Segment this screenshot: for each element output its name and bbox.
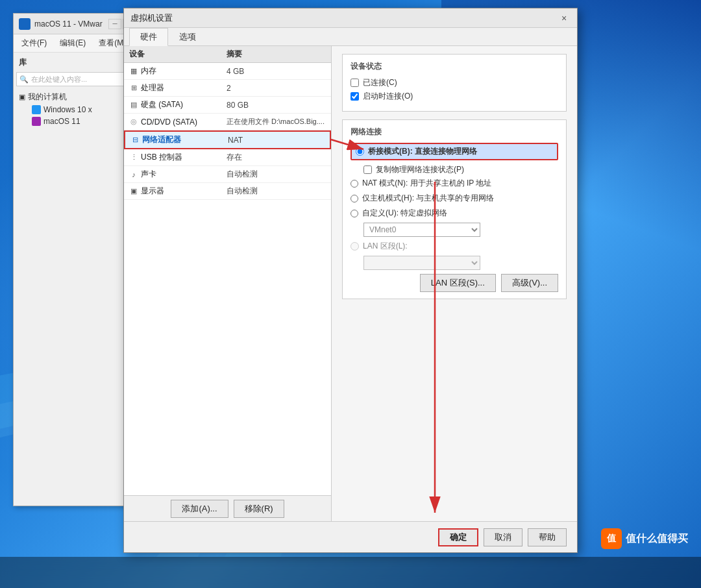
vmware-logo-icon: [19, 18, 31, 30]
cpu-icon: ⊞: [129, 84, 138, 93]
memory-icon: ▦: [129, 67, 138, 76]
network-summary: NAT: [228, 136, 325, 145]
nat-mode-row[interactable]: NAT 模式(N): 用于共享主机的 IP 地址: [350, 178, 558, 189]
cdrom-icon: ◎: [129, 117, 138, 127]
usb-icon: ⋮: [129, 153, 138, 162]
lan-segment-button[interactable]: LAN 区段(S)...: [420, 274, 496, 292]
dialog-close-button[interactable]: ×: [558, 12, 571, 25]
replicate-row: 复制物理网络连接状态(P): [350, 164, 558, 175]
host-radio[interactable]: [350, 195, 358, 202]
edit-menu[interactable]: 编辑(E): [57, 36, 88, 50]
replicate-checkbox[interactable]: [363, 165, 372, 174]
hw-actions: 添加(A)... 移除(R): [124, 495, 331, 521]
replicate-label: 复制物理网络连接状态(P): [376, 164, 464, 175]
vmnet-dropdown[interactable]: VMnet0: [363, 223, 480, 237]
autoconnect-label: 启动时连接(O): [363, 91, 413, 102]
hw-row-hdd[interactable]: ▤ 硬盘 (SATA) 80 GB: [124, 97, 331, 114]
vm-icon: [32, 105, 41, 114]
lan-row: LAN 区段(L):: [350, 241, 558, 252]
cdrom-summary: 正在使用文件 D:\macOS.Big....: [227, 117, 326, 127]
hw-table-header: 设备 摘要: [124, 46, 331, 63]
help-button[interactable]: 帮助: [528, 528, 567, 546]
custom-mode-row[interactable]: 自定义(U): 特定虚拟网络: [350, 208, 558, 219]
add-hardware-button[interactable]: 添加(A)...: [171, 500, 228, 518]
lan-radio[interactable]: [350, 242, 359, 251]
settings-panel: 设备状态 已连接(C) 启动时连接(O) 网络连接 桥接模式(B): 直接连接物…: [332, 46, 577, 521]
hdd-icon: ▤: [129, 101, 138, 110]
connected-label: 已连接(C): [363, 77, 397, 88]
file-menu[interactable]: 文件(F): [19, 36, 49, 50]
network-connection-title: 网络连接: [350, 127, 558, 138]
device-status-section: 设备状态 已连接(C) 启动时连接(O): [342, 54, 567, 112]
nat-radio[interactable]: [350, 180, 358, 188]
bridge-label: 桥接模式(B): 直接连接物理网络: [368, 146, 477, 157]
watermark-icon: 值: [601, 528, 622, 549]
connected-checkbox[interactable]: [350, 79, 359, 87]
minimize-button[interactable]: ─: [108, 19, 121, 29]
dialog-titlebar: 虚拟机设置 ×: [124, 8, 577, 28]
dialog-title: 虚拟机设置: [130, 12, 173, 24]
autoconnect-checkbox[interactable]: [350, 92, 359, 101]
cpu-summary: 2: [227, 84, 326, 93]
hw-row-memory[interactable]: ▦ 内存 4 GB: [124, 63, 331, 80]
lan-dropdown[interactable]: [363, 256, 480, 270]
host-label: 仅主机模式(H): 与主机共享的专用网络: [362, 193, 494, 204]
lan-label: LAN 区段(L):: [363, 241, 408, 252]
tab-hardware[interactable]: 硬件: [129, 28, 168, 46]
dialog-footer: 确定 取消 帮助: [124, 521, 577, 552]
network-connection-section: 网络连接 桥接模式(B): 直接连接物理网络 复制物理网络连接状态(P) NAT…: [342, 119, 567, 299]
vmnet-dropdown-row: VMnet0: [350, 223, 558, 237]
library-label: 库: [19, 57, 27, 68]
vm-settings-dialog: 虚拟机设置 × 硬件 选项 设备 摘要 ▦ 内存 4 GB: [123, 8, 578, 553]
connected-row: 已连接(C): [350, 77, 558, 88]
taskbar: [0, 557, 701, 588]
confirm-button[interactable]: 确定: [438, 528, 478, 546]
advanced-button[interactable]: 高级(V)...: [501, 274, 558, 292]
advanced-buttons: LAN 区段(S)... 高级(V)...: [350, 274, 558, 292]
search-placeholder: 在此处键入内容...: [31, 75, 87, 84]
tab-options[interactable]: 选项: [168, 28, 207, 45]
summary-column-header: 摘要: [227, 49, 326, 60]
hardware-list: 设备 摘要 ▦ 内存 4 GB ⊞ 处理器 2: [124, 46, 332, 521]
sound-icon: ♪: [129, 170, 138, 179]
dialog-body: 设备 摘要 ▦ 内存 4 GB ⊞ 处理器 2: [124, 46, 577, 521]
bridge-mode-row[interactable]: 桥接模式(B): 直接连接物理网络: [350, 143, 558, 160]
hw-row-cpu[interactable]: ⊞ 处理器 2: [124, 80, 331, 97]
nat-label: NAT 模式(N): 用于共享主机的 IP 地址: [362, 178, 491, 189]
dialog-tabs: 硬件 选项: [124, 28, 577, 46]
network-icon: ⊟: [130, 136, 140, 145]
vm-icon2: [32, 117, 41, 126]
bridge-radio[interactable]: [356, 147, 364, 156]
remove-hardware-button[interactable]: 移除(R): [234, 500, 284, 518]
sound-summary: 自动检测: [227, 169, 326, 180]
vmware-title: macOS 11 - VMwar: [34, 19, 105, 29]
cancel-button[interactable]: 取消: [484, 528, 523, 546]
memory-summary: 4 GB: [227, 67, 326, 76]
hdd-summary: 80 GB: [227, 101, 326, 110]
custom-label: 自定义(U): 特定虚拟网络: [362, 208, 447, 219]
monitor-icon: ▣: [129, 187, 138, 196]
hw-row-usb[interactable]: ⋮ USB 控制器 存在: [124, 149, 331, 166]
monitor-summary: 自动检测: [227, 186, 326, 197]
hw-row-monitor[interactable]: ▣ 显示器 自动检测: [124, 183, 331, 200]
usb-summary: 存在: [227, 152, 326, 163]
device-column-header: 设备: [129, 49, 227, 60]
hw-row-sound[interactable]: ♪ 声卡 自动检测: [124, 166, 331, 183]
watermark: 值 值什么值得买: [601, 528, 688, 549]
autoconnect-row: 启动时连接(O): [350, 91, 558, 102]
lan-dropdown-row: [350, 256, 558, 270]
device-status-title: 设备状态: [350, 61, 558, 72]
custom-radio[interactable]: [350, 210, 358, 217]
host-mode-row[interactable]: 仅主机模式(H): 与主机共享的专用网络: [350, 193, 558, 204]
hw-row-cdrom[interactable]: ◎ CD/DVD (SATA) 正在使用文件 D:\macOS.Big....: [124, 114, 331, 130]
hw-row-network[interactable]: ⊟ 网络适配器 NAT: [124, 130, 331, 149]
